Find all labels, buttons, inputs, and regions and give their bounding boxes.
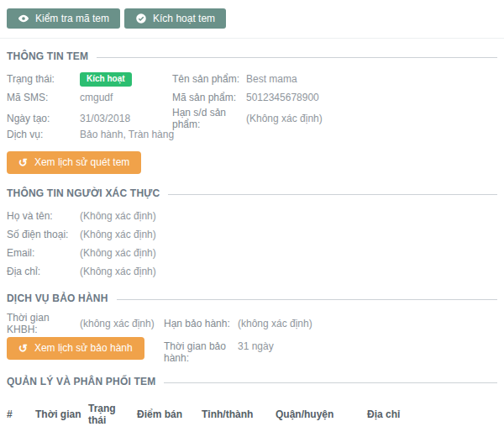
activate-stamp-label: Kích hoạt tem: [153, 13, 215, 24]
warranty-row: ↺ Xem lịch sử bảo hành Thời gian bảo hàn…: [7, 335, 497, 364]
col-district: Quận/huyện: [276, 395, 367, 432]
table-header-row: # Thời gian Trạng thái Điểm bán Tỉnh/thà…: [0, 395, 504, 432]
check-stamp-code-button[interactable]: Kiểm tra mã tem: [7, 8, 120, 29]
warranty-duration-label: Thời gian bảo hành:: [164, 335, 238, 364]
product-code-value: 5012345678900: [246, 92, 497, 103]
section-heading: THÔNG TIN TEM: [7, 50, 88, 62]
field-row: Mã SMS: cmgudf Mã sản phẩm: 501234567890…: [7, 88, 497, 107]
col-status: Trạng thái: [88, 395, 137, 432]
section-heading: THÔNG TIN NGƯỜI XÁC THỰC: [7, 187, 160, 199]
field-row: Email: (Không xác định): [7, 244, 497, 262]
warranty-deadline-value: (không xác định): [238, 318, 497, 329]
service-label: Dịch vụ:: [7, 129, 80, 140]
col-province: Tỉnh/thành: [202, 395, 276, 432]
field-row: Thời gian KHBH: (không xác định) Hạn bảo…: [7, 312, 497, 330]
section-heading: DỊCH VỤ BẢO HÀNH: [7, 292, 108, 304]
sms-code-label: Mã SMS:: [7, 92, 80, 103]
view-warranty-history-button[interactable]: ↺ Xem lịch sử bảo hành: [7, 337, 144, 360]
warranty-fields: Thời gian KHBH: (không xác định) Hạn bảo…: [7, 312, 497, 330]
field-row: Dịch vụ: Bảo hành, Tràn hàng: [7, 125, 497, 144]
col-time: Thời gian: [35, 395, 88, 432]
product-expiry-value: (Không xác định): [246, 113, 497, 124]
stamp-detail-page: Kiểm tra mã tem Kích hoạt tem THÔNG TIN …: [0, 0, 504, 432]
col-index: #: [0, 395, 35, 432]
field-row: Số điện thoại: (Không xác định): [7, 225, 497, 244]
address-label: Địa chỉ:: [7, 266, 80, 277]
history-icon: ↺: [18, 157, 28, 168]
field-row: Trạng thái: Kích hoạt Tên sản phẩm: Best…: [7, 70, 497, 88]
field-row: Địa chỉ: (Không xác định): [7, 262, 497, 281]
khbh-label: Thời gian KHBH:: [7, 312, 80, 335]
product-expiry-label: Hạn s/d sản phẩm:: [172, 107, 246, 130]
created-date-label: Ngày tạo:: [7, 113, 80, 124]
product-name-label: Tên sản phẩm:: [172, 73, 246, 85]
check-stamp-code-label: Kiểm tra mã tem: [35, 13, 109, 24]
status-badge: Kích hoạt: [80, 72, 132, 87]
distribution-section-title: QUẢN LÝ VÀ PHÂN PHỐI TEM: [7, 376, 497, 387]
section-rule: [117, 299, 497, 300]
view-warranty-history-label: Xem lịch sử bảo hành: [34, 342, 133, 354]
warranty-deadline-label: Hạn bảo hành:: [164, 318, 238, 329]
stamp-info-section-title: THÔNG TIN TEM: [7, 50, 497, 62]
section-rule: [168, 194, 497, 195]
status-label: Trạng thái:: [7, 73, 80, 85]
verifier-section-title: THÔNG TIN NGƯỜI XÁC THỰC: [7, 187, 497, 199]
section-rule: [97, 57, 497, 58]
phone-value: (Không xác định): [80, 229, 497, 240]
email-value: (Không xác định): [80, 247, 497, 259]
view-scan-history-button[interactable]: ↺ Xem lịch sử quét tem: [7, 151, 141, 174]
phone-label: Số điện thoại:: [7, 229, 80, 240]
col-point: Điểm bán: [137, 395, 202, 432]
distribution-table: # Thời gian Trạng thái Điểm bán Tỉnh/thà…: [0, 395, 504, 432]
section-heading: QUẢN LÝ VÀ PHÂN PHỐI TEM: [7, 376, 155, 387]
view-scan-history-label: Xem lịch sử quét tem: [34, 156, 129, 168]
fullname-value: (Không xác định): [80, 210, 497, 222]
email-label: Email:: [7, 247, 80, 259]
eye-icon: [18, 13, 29, 24]
history-icon: ↺: [18, 343, 28, 354]
created-date-value: 31/03/2018: [80, 113, 172, 124]
address-value: (Không xác định): [80, 266, 497, 277]
activate-stamp-button[interactable]: Kích hoạt tem: [124, 8, 226, 29]
toolbar: Kiểm tra mã tem Kích hoạt tem: [0, 0, 504, 39]
check-circle-icon: [135, 13, 147, 24]
sms-code-value: cmgudf: [80, 92, 172, 103]
product-name-value: Best mama: [246, 73, 497, 85]
khbh-value: (không xác định): [80, 318, 164, 329]
warranty-duration-value: 31 ngày: [238, 335, 497, 352]
section-rule: [164, 382, 497, 383]
fullname-label: Họ và tên:: [7, 210, 80, 222]
field-row: Ngày tạo: 31/03/2018 Hạn s/d sản phẩm: (…: [7, 107, 497, 125]
col-address: Địa chỉ: [367, 395, 504, 432]
verifier-fields: Họ và tên: (Không xác định) Số điện thoạ…: [7, 207, 497, 281]
warranty-section-title: DỊCH VỤ BẢO HÀNH: [7, 292, 497, 304]
stamp-info-fields: Trạng thái: Kích hoạt Tên sản phẩm: Best…: [7, 70, 497, 144]
product-code-label: Mã sản phẩm:: [172, 92, 246, 103]
field-row: Họ và tên: (Không xác định): [7, 207, 497, 225]
service-value: Bảo hành, Tràn hàng: [80, 129, 497, 140]
